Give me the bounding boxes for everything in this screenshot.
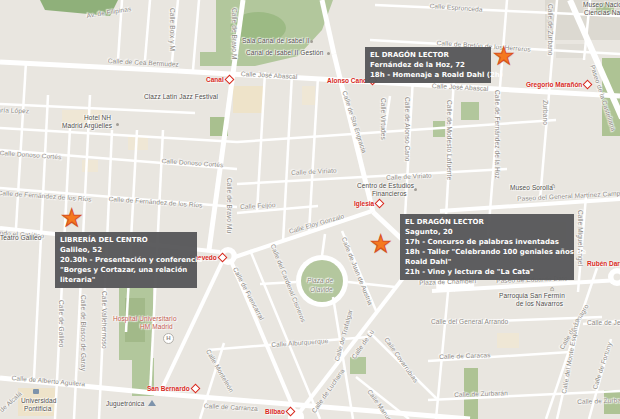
event-boxes-layer: EL DRAGÓN LECTORFernández de la Hoz, 721…	[0, 0, 620, 419]
event-schedule-line: 18h - Taller "Celebrando 100 geniales añ…	[405, 247, 569, 257]
event-address: Sagunto, 20	[405, 227, 569, 237]
event-schedule-line: 21h - Vino y lectura de "La Cata"	[405, 267, 569, 277]
event-schedule-line: "Borges y Cortazar, una relación	[60, 265, 192, 275]
event-address: Galileo, 52	[60, 245, 192, 255]
event-venue-name: LIBRERÍA DEL CENTRO	[60, 235, 192, 245]
event-venue-name: EL DRAGÓN LECTOR	[405, 217, 569, 227]
map-canvas[interactable]: ⌂⌂H Av. de FilipinasCalle Boix y MCalle …	[0, 0, 620, 419]
event-schedule-line: 18h - Homenaje a Roald Dahl (2h)	[370, 70, 486, 80]
event-schedule-line: 20.30h - Presentación y conferencia	[60, 255, 192, 265]
event-info-box: EL DRAGÓN LECTORFernández de la Hoz, 721…	[365, 47, 491, 83]
event-venue-name: EL DRAGÓN LECTOR	[370, 50, 486, 60]
event-schedule-line: 17h - Concurso de palabras inventadas	[405, 237, 569, 247]
event-info-box: LIBRERÍA DEL CENTROGalileo, 5220.30h - P…	[55, 232, 197, 288]
event-info-box: EL DRAGÓN LECTORSagunto, 2017h - Concurs…	[400, 214, 574, 280]
event-schedule-line: literaria"	[60, 275, 192, 285]
event-schedule-line: Roald Dahl"	[405, 257, 569, 267]
event-address: Fernández de la Hoz, 72	[370, 60, 486, 70]
